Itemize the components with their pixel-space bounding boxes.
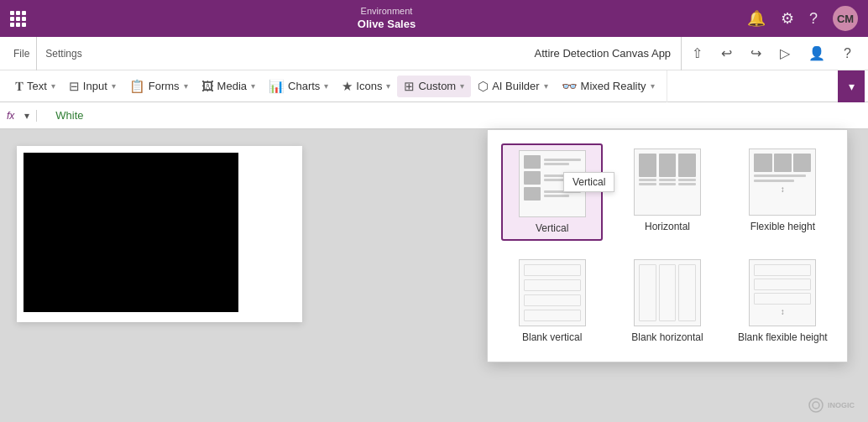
flexible-height-label: Flexible height	[750, 221, 815, 232]
ai-builder-icon: ⬡	[478, 79, 489, 94]
undo-icon[interactable]: ↩	[718, 44, 735, 63]
ribbon-expand-button[interactable]: ▾	[838, 70, 865, 102]
top-bar-left	[10, 11, 26, 27]
input-chevron: ▾	[112, 81, 116, 91]
settings-icon[interactable]: ⚙	[781, 9, 794, 28]
command-bar-right: ⇧ ↩ ↪ ▷ 👤 ?	[682, 44, 861, 63]
help-cmd-icon[interactable]: ?	[840, 44, 855, 63]
mixed-reality-button[interactable]: 👓 Mixed Reality ▾	[555, 76, 661, 97]
top-bar-right: 🔔 ⚙ ? CM	[747, 6, 858, 31]
blank-flexible-height-label: Blank flexible height	[738, 331, 828, 343]
layout-dropdown-panel: Vertical Horizontal ↕ Fl	[487, 129, 848, 362]
top-bar: Environment Olive Sales 🔔 ⚙ ? CM	[0, 0, 868, 37]
share-icon[interactable]: ⇧	[688, 44, 706, 63]
icons-button[interactable]: ★ Icons ▾	[335, 76, 397, 97]
media-button[interactable]: 🖼 Media ▾	[195, 76, 262, 96]
environment-info: Environment Olive Sales	[358, 5, 416, 31]
charts-chevron: ▾	[324, 81, 328, 91]
ribbon-bar: 𝐓 Text ▾ ⊟ Input ▾ 📋 Forms ▾ 🖼 Media ▾ 📊…	[0, 70, 868, 102]
horizontal-preview	[634, 148, 701, 216]
canvas-content	[24, 153, 238, 312]
main-area: INOGIC Vertical	[0, 129, 868, 422]
custom-button[interactable]: ⊞ Custom ▾	[397, 76, 471, 97]
blank-horizontal-label: Blank horizontal	[631, 331, 703, 343]
formula-scope: ▾	[24, 110, 37, 122]
layout-item-vertical[interactable]: Vertical	[501, 143, 603, 241]
watermark-text: INOGIC	[828, 401, 855, 409]
layout-item-blank-horizontal[interactable]: Blank horizontal	[616, 254, 718, 348]
forms-chevron: ▾	[184, 81, 188, 91]
watermark: INOGIC	[808, 397, 855, 414]
input-button[interactable]: ⊟ Input ▾	[62, 76, 123, 97]
text-chevron: ▾	[51, 81, 55, 91]
vertical-preview	[519, 150, 586, 217]
formula-bar: fx ▾	[0, 102, 868, 129]
formula-fx-icon: fx	[7, 110, 14, 122]
app-grid-icon	[10, 11, 26, 27]
layout-item-blank-vertical[interactable]: Blank vertical	[501, 254, 603, 348]
mixed-reality-icon: 👓	[562, 79, 578, 94]
blank-vertical-preview	[519, 259, 586, 326]
avatar[interactable]: CM	[833, 6, 858, 31]
settings-menu[interactable]: Settings	[39, 37, 88, 70]
command-bar-left: File Settings	[7, 37, 525, 70]
notification-icon[interactable]: 🔔	[747, 9, 766, 28]
ribbon-insert-group: 𝐓 Text ▾ ⊟ Input ▾ 📋 Forms ▾ 🖼 Media ▾ 📊…	[3, 70, 667, 102]
mixed-reality-chevron: ▾	[651, 81, 655, 91]
canvas-screen	[17, 146, 302, 322]
user-icon[interactable]: 👤	[805, 44, 829, 63]
custom-chevron: ▾	[460, 81, 464, 91]
forms-button[interactable]: 📋 Forms ▾	[123, 76, 195, 97]
blank-flexible-height-preview: ↕	[749, 259, 816, 326]
svg-point-0	[809, 399, 823, 412]
forms-icon: 📋	[129, 79, 145, 94]
layout-item-blank-flexible-height[interactable]: ↕ Blank flexible height	[732, 254, 834, 348]
environment-label: Environment	[361, 5, 413, 17]
text-button[interactable]: 𝐓 Text ▾	[8, 76, 62, 97]
formula-input[interactable]	[50, 107, 861, 123]
file-menu[interactable]: File	[7, 37, 37, 70]
blank-vertical-label: Blank vertical	[522, 331, 582, 343]
app-title: Attire Detection Canvas App	[525, 37, 682, 70]
horizontal-label: Horizontal	[645, 221, 690, 232]
help-icon[interactable]: ?	[809, 10, 818, 28]
charts-button[interactable]: 📊 Charts ▾	[262, 76, 335, 97]
media-icon: 🖼	[201, 79, 214, 93]
redo-icon[interactable]: ↪	[747, 44, 765, 63]
ai-builder-chevron: ▾	[544, 81, 548, 91]
charts-icon: 📊	[269, 79, 285, 94]
input-icon: ⊟	[69, 79, 80, 94]
svg-point-1	[813, 402, 819, 409]
layout-item-flexible-height[interactable]: ↕ Flexible height	[732, 143, 834, 241]
command-bar: File Settings Attire Detection Canvas Ap…	[0, 37, 868, 70]
media-chevron: ▾	[251, 81, 255, 91]
vertical-label: Vertical	[536, 222, 568, 234]
layout-item-horizontal[interactable]: Horizontal	[616, 143, 718, 241]
flexible-height-preview: ↕	[749, 148, 816, 216]
icons-chevron: ▾	[386, 81, 390, 91]
ai-builder-button[interactable]: ⬡ AI Builder ▾	[471, 76, 554, 97]
environment-name: Olive Sales	[358, 18, 416, 32]
icons-icon: ★	[342, 79, 353, 94]
play-icon[interactable]: ▷	[776, 44, 793, 63]
custom-icon: ⊞	[404, 79, 415, 94]
text-icon: 𝐓	[15, 79, 24, 94]
blank-horizontal-preview	[634, 259, 701, 326]
